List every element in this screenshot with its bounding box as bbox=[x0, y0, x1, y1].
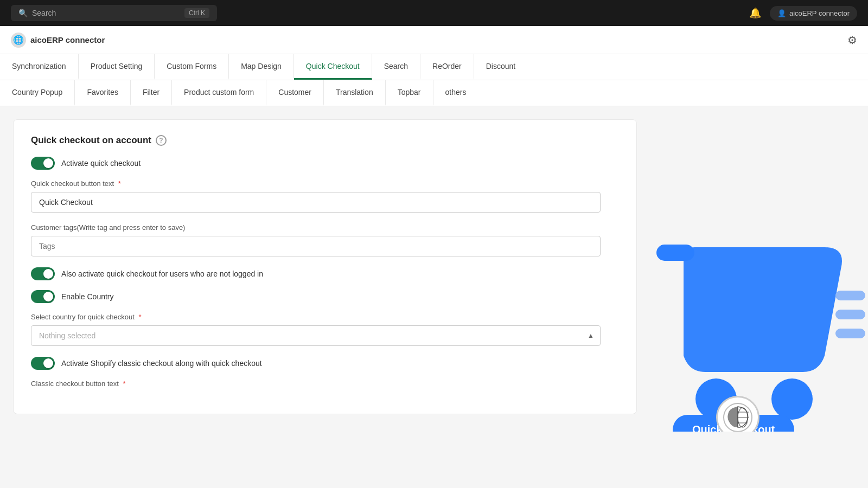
help-icon[interactable]: ? bbox=[156, 135, 167, 146]
tab-discount[interactable]: Discount bbox=[474, 54, 527, 80]
tab-favorites[interactable]: Favorites bbox=[75, 80, 131, 106]
content-card: Quick checkout on account ? Activate qui… bbox=[13, 119, 637, 414]
user-label: aicoERP connector bbox=[789, 9, 850, 17]
activate-quick-checkout-row: Activate quick checkout bbox=[31, 157, 619, 170]
enable-country-toggle[interactable] bbox=[31, 290, 55, 303]
enable-country-label: Enable Country bbox=[61, 292, 114, 301]
logo-badge-icon bbox=[723, 402, 753, 432]
tab-topbar[interactable]: Topbar bbox=[386, 80, 433, 106]
app-header: 🌐 aicoERP connector ⚙ bbox=[0, 26, 868, 54]
tab-search[interactable]: Search bbox=[372, 54, 420, 80]
main-content: Quick Checkout Quick checkout on account… bbox=[0, 106, 868, 432]
classic-button-label: Classic checkout button text * bbox=[31, 380, 619, 388]
button-text-input[interactable] bbox=[31, 192, 601, 213]
user-pill[interactable]: 👤 aicoERP connector bbox=[770, 6, 857, 21]
header-right: ⚙ bbox=[847, 34, 857, 47]
cart-illustration: Quick Checkout bbox=[640, 215, 868, 432]
tags-label: Customer tags(Write tag and press enter … bbox=[31, 223, 619, 232]
country-required: * bbox=[138, 313, 141, 321]
classic-required: * bbox=[123, 380, 125, 388]
tab-country-popup[interactable]: Country Popup bbox=[0, 80, 75, 106]
classic-button-field-group: Classic checkout button text * bbox=[31, 380, 619, 388]
tags-field-group: Customer tags(Write tag and press enter … bbox=[31, 223, 619, 256]
not-logged-in-toggle[interactable] bbox=[31, 267, 55, 280]
globe-icon: 🌐 bbox=[11, 33, 26, 48]
settings-icon[interactable]: ⚙ bbox=[847, 34, 857, 47]
svg-rect-0 bbox=[656, 245, 694, 261]
tab-translation[interactable]: Translation bbox=[324, 80, 386, 106]
topbar-right: 🔔 👤 aicoERP connector bbox=[749, 6, 857, 21]
quick-checkout-button-illustration: Quick Checkout bbox=[673, 415, 794, 432]
country-label: Select country for quick checkout * bbox=[31, 313, 619, 321]
svg-rect-5 bbox=[835, 329, 865, 338]
classic-checkout-row: Activate Shopify classic checkout along … bbox=[31, 357, 619, 370]
app-logo: 🌐 aicoERP connector bbox=[11, 33, 105, 48]
button-text-field-group: Quick checkout button text * bbox=[31, 179, 619, 213]
tab-map-design[interactable]: Map Design bbox=[229, 54, 294, 80]
svg-point-1 bbox=[695, 378, 737, 420]
classic-checkout-toggle[interactable] bbox=[31, 357, 55, 370]
tab-synchronization[interactable]: Synchronization bbox=[0, 54, 79, 80]
search-bar[interactable]: 🔍 Search Ctrl K bbox=[11, 5, 217, 21]
activate-quick-checkout-label: Activate quick checkout bbox=[61, 159, 141, 168]
search-icon: 🔍 bbox=[18, 9, 28, 17]
svg-point-6 bbox=[724, 403, 752, 432]
user-avatar: 👤 bbox=[777, 9, 786, 17]
country-field-group: Select country for quick checkout * Noth… bbox=[31, 313, 619, 346]
cart-svg bbox=[640, 215, 868, 432]
bell-icon[interactable]: 🔔 bbox=[749, 7, 761, 19]
button-text-required: * bbox=[118, 179, 121, 188]
section-title-text: Quick checkout on account bbox=[31, 135, 151, 146]
svg-rect-4 bbox=[835, 310, 865, 319]
svg-point-2 bbox=[771, 378, 813, 420]
button-text-label: Quick checkout button text * bbox=[31, 179, 619, 188]
tab-customer[interactable]: Customer bbox=[266, 80, 324, 106]
nav-row-2: Country PopupFavoritesFilterProduct cust… bbox=[0, 80, 868, 106]
tab-others[interactable]: others bbox=[433, 80, 478, 106]
search-placeholder: Search bbox=[32, 9, 56, 17]
classic-checkout-label: Activate Shopify classic checkout along … bbox=[61, 359, 262, 368]
tab-reorder[interactable]: ReOrder bbox=[420, 54, 474, 80]
section-title-row: Quick checkout on account ? bbox=[31, 135, 619, 146]
tab-custom-forms[interactable]: Custom Forms bbox=[155, 54, 229, 80]
nav-row-1: SynchronizationProduct SettingCustom For… bbox=[0, 54, 868, 80]
country-select-wrapper: Nothing selected ▲ bbox=[31, 325, 601, 346]
keyboard-shortcut: Ctrl K bbox=[184, 8, 209, 18]
not-logged-in-label: Also activate quick checkout for users w… bbox=[61, 269, 263, 278]
top-bar: 🔍 Search Ctrl K 🔔 👤 aicoERP connector bbox=[0, 0, 868, 26]
quick-checkout-button-label: Quick Checkout bbox=[692, 423, 775, 432]
enable-country-row: Enable Country bbox=[31, 290, 619, 303]
logo-badge bbox=[716, 396, 760, 432]
app-title: aicoERP connector bbox=[30, 35, 105, 44]
activate-quick-checkout-toggle[interactable] bbox=[31, 157, 55, 170]
country-select[interactable]: Nothing selected bbox=[31, 325, 601, 346]
tab-quick-checkout[interactable]: Quick Checkout bbox=[294, 54, 372, 80]
svg-point-7 bbox=[738, 408, 748, 427]
tab-product-setting[interactable]: Product Setting bbox=[79, 54, 155, 80]
svg-rect-3 bbox=[835, 291, 865, 300]
tab-product-custom-form[interactable]: Product custom form bbox=[172, 80, 266, 106]
tags-input[interactable] bbox=[31, 236, 601, 256]
not-logged-in-row: Also activate quick checkout for users w… bbox=[31, 267, 619, 280]
tab-filter[interactable]: Filter bbox=[131, 80, 172, 106]
